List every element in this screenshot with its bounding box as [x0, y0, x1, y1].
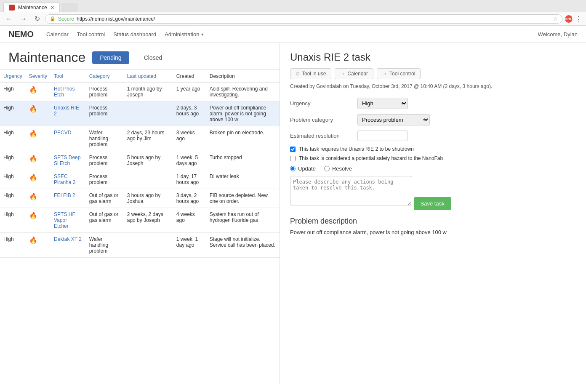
tab-close-button[interactable]: ✕ — [51, 5, 54, 11]
cell-urgency: High — [0, 189, 26, 208]
urgency-select[interactable]: High Medium Low — [357, 98, 408, 109]
cell-description: Broken pin on electrode. — [206, 126, 280, 151]
cell-tool: Unaxis RIE 2 — [51, 101, 86, 126]
col-last-updated[interactable]: Last updated — [124, 70, 173, 82]
shutdown-checkbox[interactable] — [290, 147, 296, 152]
cell-urgency: High — [0, 126, 26, 151]
fire-icon: 🔥 — [29, 155, 37, 162]
cell-urgency: High — [0, 101, 26, 126]
cell-created: 3 days, 2 hours ago — [173, 189, 206, 208]
adblock-button[interactable]: ABP — [565, 15, 573, 23]
col-created[interactable]: Created — [173, 70, 206, 82]
table-row[interactable]: High 🔥 Hot Phos Etch Process problem 1 m… — [0, 82, 280, 101]
action-textarea[interactable] — [290, 176, 412, 205]
cell-severity: 🔥 — [26, 82, 51, 101]
col-description[interactable]: Description — [206, 70, 280, 82]
tool-link[interactable]: SSEC Piranha 2 — [54, 173, 75, 185]
col-category[interactable]: Category — [86, 70, 124, 82]
safety-checkbox-label[interactable]: This task is considered a potential safe… — [299, 155, 443, 161]
task-actions: ⊘ Tool in use → Calendar → Tool control — [290, 68, 576, 79]
tool-control-button[interactable]: → Tool control — [377, 68, 421, 79]
cell-last-updated — [124, 101, 173, 126]
problem-category-select[interactable]: Process problem Wafer handling problem O… — [357, 114, 430, 125]
checkbox-shutdown-row: This task requires the Unaxis RIE 2 to b… — [290, 146, 576, 152]
radio-update-option[interactable]: Update — [290, 165, 316, 172]
tool-link[interactable]: FEI FIB 2 — [54, 192, 75, 198]
browser-menu-icon[interactable]: ⋮ — [575, 14, 583, 24]
back-button[interactable]: ← — [3, 14, 15, 24]
welcome-text: Welcome, Dylan — [538, 31, 578, 37]
col-urgency[interactable]: Urgency — [0, 70, 26, 82]
calendar-arrow-icon: → — [340, 71, 345, 77]
tool-link[interactable]: PECVD — [54, 130, 71, 136]
estimated-resolution-input[interactable] — [357, 131, 408, 141]
radio-row: Update Resolve — [290, 165, 576, 172]
table-row[interactable]: High 🔥 SPTS Deep Si Etch Process problem… — [0, 151, 280, 170]
cell-severity: 🔥 — [26, 233, 51, 258]
cell-created: 2 days, 3 hours ago — [173, 101, 206, 126]
cell-created: 3 weeks ago — [173, 126, 206, 151]
active-tab[interactable]: Maintenance ✕ — [3, 3, 60, 12]
cell-tool: Dektak XT 2 — [51, 233, 86, 258]
cell-created: 1 day, 17 hours ago — [173, 170, 206, 189]
cell-severity: 🔥 — [26, 189, 51, 208]
cell-tool: SPTS Deep Si Etch — [51, 151, 86, 170]
tool-link[interactable]: Unaxis RIE 2 — [54, 105, 79, 117]
cell-urgency: High — [0, 151, 26, 170]
radio-resolve-option[interactable]: Resolve — [324, 165, 352, 172]
nav-calendar[interactable]: Calendar — [46, 31, 69, 37]
col-tool[interactable]: Tool — [51, 70, 86, 82]
bookmark-star-icon[interactable]: ☆ — [553, 16, 558, 22]
radio-resolve[interactable] — [324, 166, 330, 171]
nav-tool-control[interactable]: Tool control — [77, 31, 105, 37]
tool-link[interactable]: SPTS HF Vapor Etcher — [54, 211, 75, 229]
urgency-row: Urgency High Medium Low ▾ — [290, 98, 576, 109]
admin-dropdown-icon: ▾ — [201, 32, 203, 37]
nav-status-dashboard[interactable]: Status dashboard — [113, 31, 156, 37]
closed-button[interactable]: Closed — [136, 51, 170, 64]
radio-update[interactable] — [290, 166, 296, 171]
pending-button[interactable]: Pending — [92, 51, 129, 64]
col-severity[interactable]: Severity — [26, 70, 51, 82]
urgency-label: Urgency — [290, 100, 357, 107]
fire-icon: 🔥 — [29, 193, 37, 200]
nav-administration[interactable]: Administration ▾ — [165, 31, 203, 37]
cell-description: Power out off compliance alarm, power is… — [206, 101, 280, 126]
cell-category: Out of gas or gas alarm — [86, 208, 124, 233]
table-row[interactable]: High 🔥 FEI FIB 2 Out of gas or gas alarm… — [0, 189, 280, 208]
tab-title: Maintenance — [18, 5, 47, 11]
new-tab-area — [61, 3, 78, 12]
table-row[interactable]: High 🔥 SSEC Piranha 2 Process problem 1 … — [0, 170, 280, 189]
cell-category: Process problem — [86, 101, 124, 126]
right-panel: Unaxis RIE 2 task ⊘ Tool in use → Calend… — [280, 43, 586, 384]
tool-link[interactable]: Hot Phos Etch — [54, 86, 75, 98]
table-row[interactable]: High 🔥 Dektak XT 2 Wafer handling proble… — [0, 233, 280, 258]
url-bar[interactable]: 🔒 Secure https://nemo.nist.gov/maintenan… — [45, 14, 562, 24]
table-row[interactable]: High 🔥 Unaxis RIE 2 Process problem 2 da… — [0, 101, 280, 126]
cell-last-updated: 5 hours ago by Joseph — [124, 151, 173, 170]
cell-category: Out of gas or gas alarm — [86, 189, 124, 208]
cell-last-updated — [124, 170, 173, 189]
table-row[interactable]: High 🔥 SPTS HF Vapor Etcher Out of gas o… — [0, 208, 280, 233]
save-task-button[interactable]: Save task — [414, 197, 451, 210]
fire-icon: 🔥 — [29, 174, 37, 181]
tool-link[interactable]: SPTS Deep Si Etch — [54, 155, 80, 166]
shutdown-checkbox-label[interactable]: This task requires the Unaxis RIE 2 to b… — [299, 146, 414, 152]
page-header: Maintenance Pending Closed — [0, 43, 280, 69]
forward-button[interactable]: → — [18, 14, 29, 24]
tool-link[interactable]: Dektak XT 2 — [54, 236, 82, 242]
table-row[interactable]: High 🔥 PECVD Wafer handling problem 2 da… — [0, 126, 280, 151]
cell-created: 4 weeks ago — [173, 208, 206, 233]
refresh-button[interactable]: ↻ — [32, 14, 43, 24]
cell-urgency: High — [0, 233, 26, 258]
cell-last-updated — [124, 233, 173, 258]
safety-checkbox[interactable] — [290, 156, 296, 161]
calendar-button[interactable]: → Calendar — [335, 68, 373, 79]
maintenance-table-container: Urgency Severity Tool Category Last upda… — [0, 69, 280, 384]
cell-severity: 🔥 — [26, 170, 51, 189]
fire-icon: 🔥 — [29, 105, 37, 112]
tool-in-use-button[interactable]: ⊘ Tool in use — [290, 68, 331, 79]
cell-last-updated: 2 weeks, 2 days ago by Joseph — [124, 208, 173, 233]
table-header: Urgency Severity Tool Category Last upda… — [0, 70, 280, 82]
cell-category: Process problem — [86, 170, 124, 189]
